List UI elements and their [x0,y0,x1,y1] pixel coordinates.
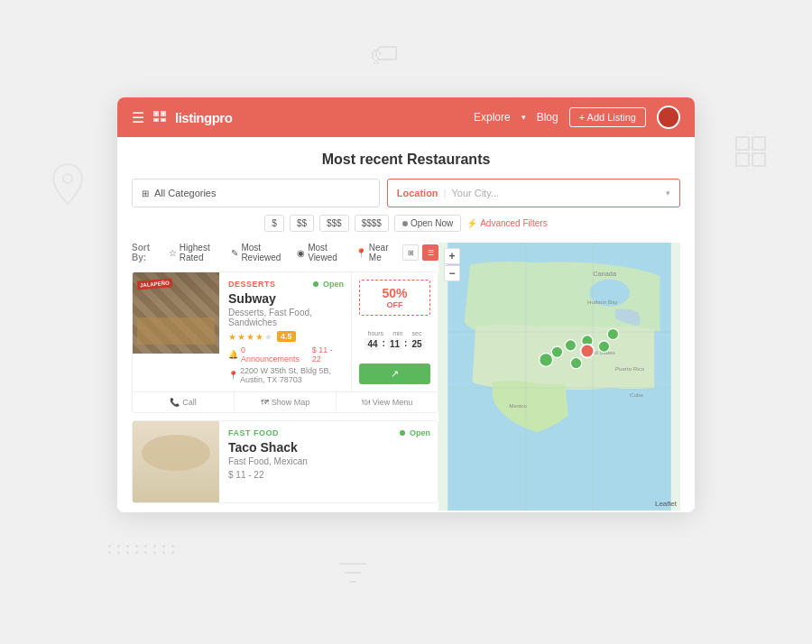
subway-card-footer: 📞 Call 🗺 Show Map 🍽 View Menu [133,391,438,412]
countdown-numbers: 44 : 11 : 25 [364,338,424,350]
tag-icon: 🏷 [370,38,399,71]
map-icon: 🗺 [261,398,269,407]
zoom-in-btn[interactable]: + [444,248,460,264]
pin-icon: 📍 [355,248,366,258]
svg-text:Canada: Canada [593,270,617,278]
svg-point-19 [598,341,609,352]
menu-icon: 🍽 [362,398,370,407]
subway-stars: ★ ★ ★ ★ ★ 4.5 [228,331,342,342]
header: ☰ listingpro Explore ▾ Blog + Add Listin… [117,97,695,137]
zoom-out-btn[interactable]: − [444,265,460,281]
filter-icon [338,560,367,599]
category-select[interactable]: ⊞ All Categories [132,179,380,207]
listings-panel: Sort By: ☆ Highest Rated ✎ Most Reviewed… [132,243,438,511]
browser-window: ☰ listingpro Explore ▾ Blog + Add Listin… [117,97,695,512]
search-row: ⊞ All Categories Location | Your City...… [132,179,680,207]
advanced-filters[interactable]: ⚡ Advanced Filters [466,218,547,228]
svg-text:Puerto Rico: Puerto Rico [615,365,645,372]
content-area: Most recent Restaurants ⊞ All Categories… [117,137,695,512]
subway-subtitle: Desserts, Fast Food, Sandwiches [228,308,342,327]
rating-badge: 4.5 [277,331,296,342]
list-view-btn[interactable]: ☰ [422,244,438,261]
map-marker-icon: 📍 [228,371,238,380]
price-btn-4[interactable]: $$$$ [355,215,389,232]
promo-discount: 50% OFF [359,280,430,316]
taco-subtitle: Fast Food, Mexican [228,456,429,466]
share-icon: ↗ [391,368,399,379]
countdown: hoursminsec 44 : 11 : 25 [364,330,424,350]
add-listing-button[interactable]: + Add Listing [569,107,646,127]
star-4: ★ [255,332,263,342]
pencil-icon: ✎ [231,248,238,258]
sort-most-viewed[interactable]: ◉ Most Viewed [297,243,346,262]
taco-title[interactable]: Taco Shack [228,440,429,455]
subway-image: JALAPEÑO [133,272,219,354]
svg-point-22 [540,354,553,367]
price-btn-1[interactable]: $ [264,215,284,232]
location-icon [50,162,86,214]
svg-point-0 [63,174,72,183]
location-label: Location [397,188,438,198]
grid-view-btn[interactable]: ⊞ [402,244,419,261]
promo-redeem-btn[interactable]: ↗ [359,363,430,384]
svg-rect-1 [736,137,749,150]
open-now-button[interactable]: Open Now [394,215,461,232]
map-area[interactable]: Canada United States Hudson Bay Mexico C… [438,243,680,511]
taco-status-dot [400,430,405,436]
filter-row: $ $$ $$$ $$$$ Open Now ⚡ Advanced Filter… [132,215,680,232]
map-svg: Canada United States Hudson Bay Mexico C… [438,243,680,511]
sort-near-me[interactable]: 📍 Near Me [355,243,393,262]
map-controls: + − [444,248,460,281]
show-map-button[interactable]: 🗺 Show Map [235,392,337,412]
svg-point-23 [570,357,581,368]
phone-icon: 📞 [170,398,180,407]
price-btn-3[interactable]: $$$ [319,215,349,232]
taco-image [133,421,219,502]
jalapeno-label: JALAPEÑO [137,278,172,290]
promo-off: OFF [365,300,424,309]
location-placeholder: Your City... [451,188,499,198]
hamburger-icon[interactable]: ☰ [132,109,144,126]
header-left: ☰ listingpro [132,109,232,126]
location-divider: | [444,188,447,198]
listings-map-container: Sort By: ☆ Highest Rated ✎ Most Reviewed… [132,243,680,511]
grid-small-icon: ⊞ [142,189,149,198]
eye-icon: ◉ [297,248,305,258]
location-select[interactable]: Location | Your City... ▾ [387,179,680,207]
view-menu-button[interactable]: 🍽 View Menu [337,392,438,412]
taco-food-img [133,421,219,502]
countdown-label: hoursminsec [364,330,424,336]
sort-most-reviewed[interactable]: ✎ Most Reviewed [231,243,288,262]
svg-text:Cuba: Cuba [630,391,643,398]
open-now-label: Open Now [411,218,453,228]
svg-text:Mexico: Mexico [509,402,527,409]
subway-announcements: 🔔 0 Announcements $ 11 - 22 [228,345,342,363]
explore-chevron: ▾ [521,113,526,122]
nav-explore[interactable]: Explore [474,111,511,124]
promo-box: 50% OFF hoursminsec 44 : 11 [351,272,438,391]
location-chevron: ▾ [666,189,670,198]
subway-status: Open [313,280,344,289]
status-dot [313,281,318,287]
svg-rect-3 [736,153,749,166]
subway-title[interactable]: Subway [228,291,342,306]
sort-label: Sort By: [132,243,160,262]
svg-point-17 [565,340,576,351]
svg-point-24 [581,345,595,358]
filter-icon-small: ⚡ [466,218,477,228]
taco-price: $ 11 - 22 [228,470,429,480]
header-right: Explore ▾ Blog + Add Listing [474,106,680,129]
taco-card-body: FAST FOOD Taco Shack Fast Food, Mexican … [219,421,438,502]
sort-highest-rated[interactable]: ☆ Highest Rated [169,243,223,262]
card-inner-taco: FAST FOOD Taco Shack Fast Food, Mexican … [133,421,438,502]
subway-card-body: DESSERTS Subway Desserts, Fast Food, San… [219,272,351,391]
user-avatar[interactable] [657,106,680,129]
nav-blog[interactable]: Blog [537,111,558,124]
price-btn-2[interactable]: $$ [290,215,314,232]
logo-icon [152,109,168,126]
call-button[interactable]: 📞 Call [133,392,235,412]
svg-text:Hudson Bay: Hudson Bay [587,299,619,305]
svg-point-21 [551,346,562,357]
page-title: Most recent Restaurants [132,152,680,168]
star-3: ★ [246,332,254,342]
